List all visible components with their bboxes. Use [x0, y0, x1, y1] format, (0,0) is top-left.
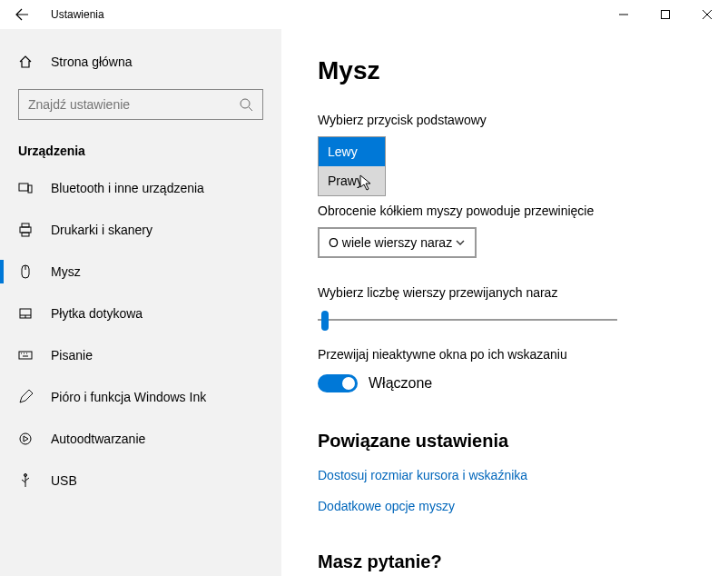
printer-icon: [18, 223, 36, 237]
titlebar: Ustawienia: [0, 0, 728, 29]
sidebar-item-touchpad[interactable]: Płytka dotykowa: [0, 293, 281, 334]
svg-rect-9: [22, 223, 29, 227]
window-controls: [603, 0, 728, 29]
svg-rect-1: [662, 11, 670, 19]
close-icon: [703, 10, 712, 19]
home-link[interactable]: Strona główna: [0, 45, 281, 78]
search-input[interactable]: [28, 97, 239, 112]
sidebar-item-autoplay[interactable]: Autoodtwarzanie: [0, 418, 281, 460]
svg-rect-7: [28, 185, 32, 193]
slider-track: [318, 319, 617, 321]
toggle-state-text: Włączone: [369, 375, 432, 392]
sidebar-item-bluetooth[interactable]: Bluetooth i inne urządzenia: [0, 167, 281, 209]
usb-icon: [18, 473, 36, 488]
devices-icon: [18, 181, 36, 195]
primary-button-dropdown[interactable]: Lewy Prawy: [318, 136, 386, 196]
nav-label: Mysz: [51, 264, 81, 279]
inactive-toggle[interactable]: [318, 374, 358, 392]
pen-icon: [18, 390, 36, 404]
link-cursor-size[interactable]: Dostosuj rozmiar kursora i wskaźnika: [318, 468, 692, 482]
lines-label: Wybierz liczbę wierszy przewijanych nara…: [318, 285, 692, 300]
maximize-icon: [661, 10, 670, 19]
combo-value: O wiele wierszy naraz: [329, 235, 452, 250]
sidebar-item-typing[interactable]: Pisanie: [0, 334, 281, 376]
home-label: Strona główna: [51, 55, 133, 69]
scroll-mode-combo[interactable]: O wiele wierszy naraz: [318, 227, 477, 258]
inactive-toggle-row: Włączone: [318, 374, 692, 392]
maximize-button[interactable]: [644, 0, 686, 29]
svg-line-5: [249, 107, 252, 111]
home-icon: [18, 55, 36, 69]
back-button[interactable]: [0, 0, 44, 29]
lines-slider[interactable]: [318, 309, 617, 331]
inactive-label: Przewijaj nieaktywne okna po ich wskazan…: [318, 347, 692, 362]
chevron-down-icon: [455, 237, 466, 248]
sidebar-item-mouse[interactable]: Mysz: [0, 251, 281, 293]
mouse-icon: [18, 264, 36, 279]
primary-button-label: Wybierz przycisk podstawowy: [318, 113, 692, 127]
keyboard-icon: [18, 348, 36, 362]
sidebar-item-usb[interactable]: USB: [0, 460, 281, 502]
slider-thumb[interactable]: [321, 311, 329, 331]
svg-point-4: [241, 99, 250, 108]
dropdown-option-left[interactable]: Lewy: [319, 137, 385, 166]
scroll-label: Obrocenie kółkiem myszy powoduje przewin…: [318, 204, 692, 218]
svg-rect-8: [20, 227, 31, 233]
svg-point-21: [20, 433, 31, 444]
search-icon: [239, 97, 253, 112]
sidebar-item-printers[interactable]: Drukarki i skanery: [0, 209, 281, 251]
nav-label: Płytka dotykowa: [51, 306, 143, 321]
dropdown-option-right[interactable]: Prawy: [319, 166, 385, 195]
nav-label: Drukarki i skanery: [51, 223, 152, 237]
lines-section: Wybierz liczbę wierszy przewijanych nara…: [318, 285, 692, 331]
arrow-left-icon: [15, 7, 29, 22]
category-header: Urządzenia: [0, 120, 281, 167]
svg-rect-16: [19, 352, 32, 359]
nav-label: USB: [51, 473, 77, 488]
page-title: Mysz: [318, 56, 692, 85]
search-box[interactable]: [18, 89, 263, 120]
minimize-button[interactable]: [603, 0, 644, 29]
touchpad-icon: [18, 306, 36, 321]
svg-rect-6: [19, 184, 28, 191]
window-title: Ustawienia: [51, 8, 104, 21]
nav-label: Pióro i funkcja Windows Ink: [51, 390, 206, 404]
sidebar-item-pen[interactable]: Pióro i funkcja Windows Ink: [0, 376, 281, 418]
svg-rect-10: [22, 233, 29, 236]
content: Strona główna Urządzenia Bluetooth i inn…: [0, 29, 728, 576]
nav-label: Autoodtwarzanie: [51, 432, 145, 446]
toggle-knob: [342, 377, 355, 390]
autoplay-icon: [18, 432, 36, 446]
main-panel: Mysz Wybierz przycisk podstawowy Lewy Pr…: [281, 29, 728, 576]
related-heading: Powiązane ustawienia: [318, 431, 692, 452]
nav-label: Pisanie: [51, 348, 93, 362]
link-mouse-options[interactable]: Dodatkowe opcje myszy: [318, 499, 692, 513]
minimize-icon: [619, 10, 628, 19]
question-heading: Masz pytanie?: [318, 551, 692, 572]
nav-label: Bluetooth i inne urządzenia: [51, 181, 204, 195]
sidebar: Strona główna Urządzenia Bluetooth i inn…: [0, 29, 281, 576]
close-button[interactable]: [686, 0, 728, 29]
